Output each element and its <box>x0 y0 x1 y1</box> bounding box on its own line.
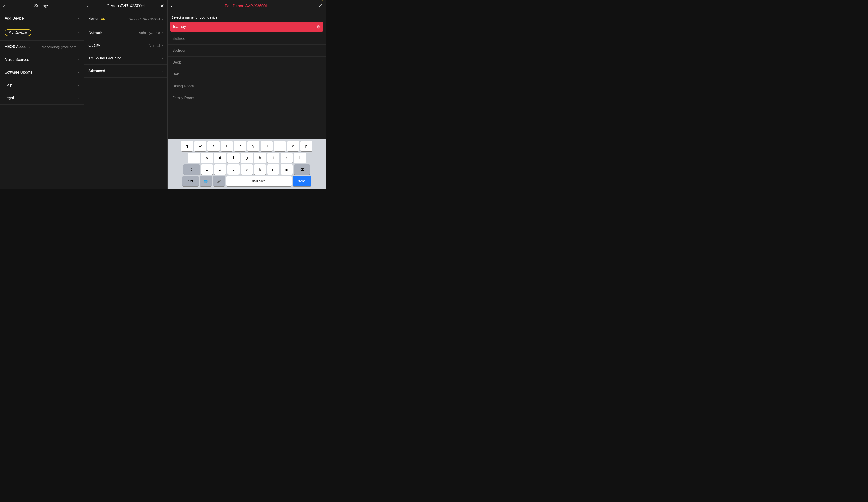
key-w[interactable]: w <box>194 141 206 151</box>
add-device-chevron: › <box>78 16 79 20</box>
key-r[interactable]: r <box>221 141 233 151</box>
space-key[interactable]: dấu cách <box>226 176 291 186</box>
software-update-label: Software Update <box>5 70 32 74</box>
room-item-dining-room[interactable]: Dining Room <box>168 80 326 92</box>
key-p[interactable]: p <box>300 141 312 151</box>
edit-title: Edit Denon AVR-X3600H <box>225 4 269 8</box>
room-item-den[interactable]: Den <box>168 69 326 80</box>
tv-sound-item[interactable]: TV Sound Grouping › <box>84 52 167 65</box>
music-sources-chevron: › <box>78 58 79 62</box>
advanced-label: Advanced <box>89 69 105 73</box>
quality-chevron: › <box>162 43 163 48</box>
help-label: Help <box>5 83 12 87</box>
name-item[interactable]: Name ⇒ Denon AVR-X3600H › <box>84 12 167 26</box>
heos-account-item[interactable]: HEOS Account diepaudio@gmail.com › <box>0 41 84 53</box>
key-k[interactable]: k <box>281 153 293 163</box>
keyboard-row-1: q w e r t y u i o p <box>168 141 325 151</box>
edit-back-button[interactable]: ‹ <box>171 3 173 9</box>
help-item[interactable]: Help › <box>0 79 84 92</box>
room-item-deck[interactable]: Deck <box>168 57 326 69</box>
heos-account-label: HEOS Account <box>5 45 30 49</box>
shift-key[interactable]: ⇧ <box>184 164 200 175</box>
num-key[interactable]: 123 <box>182 176 199 186</box>
name-chevron: › <box>162 17 163 21</box>
globe-key[interactable]: 🌐 <box>200 176 212 186</box>
music-sources-item[interactable]: Music Sources › <box>0 53 84 66</box>
key-c[interactable]: c <box>227 164 240 175</box>
tv-sound-chevron: › <box>162 56 163 60</box>
help-chevron: › <box>78 83 79 87</box>
mic-key[interactable]: 🎤 <box>213 176 225 186</box>
settings-back-button[interactable]: ‹ <box>3 3 5 9</box>
add-device-item[interactable]: Add Device › <box>0 12 84 25</box>
software-update-item[interactable]: Software Update › <box>0 66 84 79</box>
key-m[interactable]: m <box>281 164 293 175</box>
device-back-button[interactable]: ‹ <box>87 3 89 9</box>
key-x[interactable]: x <box>214 164 226 175</box>
key-j[interactable]: j <box>267 153 279 163</box>
key-h[interactable]: h <box>254 153 266 163</box>
advanced-chevron: › <box>162 69 163 73</box>
legal-item[interactable]: Legal › <box>0 92 84 104</box>
keyboard-row-4: 123 🌐 🎤 dấu cách Xong <box>168 176 325 186</box>
key-a[interactable]: a <box>188 153 200 163</box>
key-l[interactable]: l <box>294 153 306 163</box>
room-list: Bathroom Bedroom Deck Den Dining Room Fa… <box>168 33 326 139</box>
keyboard-row-3: ⇧ z x c v b n m ⌫ <box>168 164 325 175</box>
name-label: Name <box>89 17 99 21</box>
key-v[interactable]: v <box>241 164 253 175</box>
key-e[interactable]: e <box>207 141 219 151</box>
key-g[interactable]: g <box>241 153 253 163</box>
network-label: Network <box>89 31 102 35</box>
done-key[interactable]: Xong <box>293 176 311 186</box>
key-z[interactable]: z <box>201 164 213 175</box>
key-s[interactable]: s <box>201 153 213 163</box>
legal-label: Legal <box>5 96 14 100</box>
backspace-key[interactable]: ⌫ <box>294 164 310 175</box>
key-f[interactable]: f <box>227 153 240 163</box>
quality-item[interactable]: Quality Normal › <box>84 39 167 52</box>
device-header: ‹ Denon AVR-X3600H ✕ <box>84 0 167 12</box>
key-i[interactable]: i <box>274 141 286 151</box>
network-chevron: › <box>162 31 163 35</box>
edit-header: ‹ Edit Denon AVR-X3600H ✓ ↑ <box>168 0 326 12</box>
room-item-bathroom[interactable]: Bathroom <box>168 33 326 45</box>
room-item-bedroom[interactable]: Bedroom <box>168 45 326 57</box>
select-name-label: Select a name for your device: <box>168 12 326 22</box>
edit-panel: ‹ Edit Denon AVR-X3600H ✓ ↑ Select a nam… <box>168 0 326 188</box>
device-close-button[interactable]: ✕ <box>160 3 164 9</box>
key-q[interactable]: q <box>181 141 193 151</box>
settings-title: Settings <box>34 3 49 8</box>
key-t[interactable]: t <box>234 141 246 151</box>
add-device-label: Add Device <box>5 16 24 20</box>
device-title: Denon AVR-X3600H <box>107 3 145 8</box>
edit-check-button[interactable]: ✓ <box>318 3 322 9</box>
quality-value: Normal <box>149 43 160 48</box>
key-u[interactable]: u <box>260 141 273 151</box>
clear-input-button[interactable]: ⊗ <box>316 24 320 30</box>
keyboard: q w e r t y u i o p a s d f g h j k l ⇧ … <box>168 139 326 188</box>
device-panel: ‹ Denon AVR-X3600H ✕ Name ⇒ Denon AVR-X3… <box>84 0 168 188</box>
advanced-item[interactable]: Advanced › <box>84 65 167 78</box>
key-o[interactable]: o <box>287 141 299 151</box>
name-input-row: ⊗ <box>170 22 323 32</box>
name-arrow-icon: ⇒ <box>101 16 105 22</box>
software-update-chevron: › <box>78 70 79 74</box>
my-devices-item[interactable]: My Devices › <box>0 25 84 41</box>
keyboard-row-2: a s d f g h j k l <box>168 153 325 163</box>
name-input[interactable] <box>173 24 316 29</box>
heos-account-value: diepaudio@gmail.com <box>42 45 76 49</box>
my-devices-chevron: › <box>78 31 79 35</box>
key-n[interactable]: n <box>267 164 279 175</box>
network-value: AnhDuyAudio <box>139 31 160 35</box>
my-devices-label: My Devices <box>5 29 31 36</box>
settings-panel: ‹ Settings Add Device › My Devices › HEO… <box>0 0 84 188</box>
key-b[interactable]: b <box>254 164 266 175</box>
key-y[interactable]: y <box>247 141 259 151</box>
network-item[interactable]: Network AnhDuyAudio › <box>84 26 167 39</box>
name-value: Denon AVR-X3600H <box>128 17 160 21</box>
room-item-family-room[interactable]: Family Room <box>168 92 326 104</box>
heos-account-chevron: › <box>78 45 79 49</box>
quality-label: Quality <box>89 43 100 48</box>
key-d[interactable]: d <box>214 153 226 163</box>
